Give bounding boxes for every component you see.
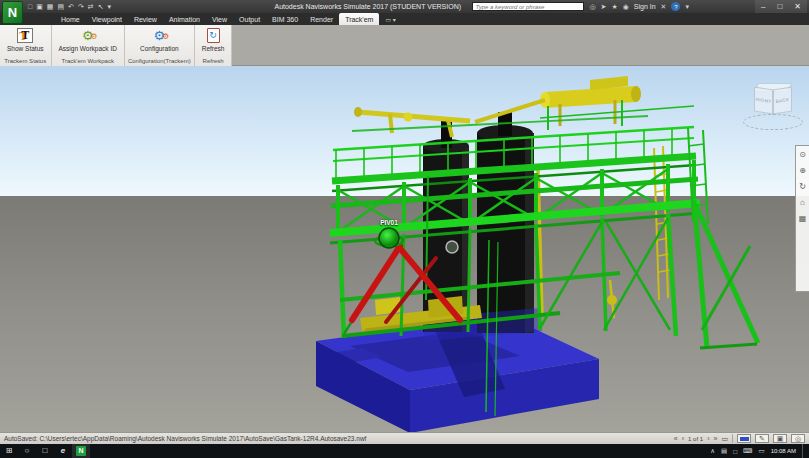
status-bar: AutoSaved: C:\Users\ertec\AppData\Roamin… <box>0 432 809 444</box>
orbit-icon[interactable]: ↻ <box>799 182 806 191</box>
tray-expand-icon[interactable]: ∧ <box>710 447 715 455</box>
memory-indicator <box>737 434 751 443</box>
app-title-text: Autodesk Navisworks Simulate 2017 (STUDE… <box>274 3 461 10</box>
viewcube[interactable]: RIGHT BACK <box>750 84 796 130</box>
tab-render[interactable]: Render <box>304 13 339 25</box>
pan-icon[interactable]: ⊕ <box>799 166 806 175</box>
navigation-bar: ⊙ ⊕ ↻ ⌂ ▦ <box>795 145 809 292</box>
system-tray: ∧ ▤ □ ⌨ ▭ 10:08 AM <box>710 444 809 458</box>
application-menu-button[interactable]: N <box>2 1 23 24</box>
group-label-trackem-workpack: Track'em Workpack <box>52 57 124 66</box>
disk-icon: ▣ <box>777 435 784 443</box>
minimize-button[interactable]: – <box>761 0 765 13</box>
steering-wheel-icon[interactable]: ⊙ <box>799 150 806 159</box>
group-trackem-status: T Show Status Trackem Status <box>0 25 52 66</box>
tab-review[interactable]: Review <box>128 13 163 25</box>
web-icon: ◎ <box>795 435 801 443</box>
next-sheet-icon[interactable]: › <box>707 435 709 442</box>
workpack-gears-icon: ⚙⚙ <box>82 28 94 43</box>
autodesk360-icon[interactable]: ✕ <box>661 3 667 11</box>
sign-in-button[interactable]: Sign In <box>634 3 656 10</box>
configuration-button[interactable]: ⚙⚙ Configuration <box>137 26 182 53</box>
group-configuration: ⚙⚙ Configuration Configuration(Trackem) <box>125 25 195 66</box>
ribbon-tab-bar: Home Viewpoint Review Animation View Out… <box>0 13 809 25</box>
show-status-label: Show Status <box>7 45 44 52</box>
pencil-progress-indicator: ✎ <box>755 434 769 443</box>
windows-taskbar: ⊞ ○ □ e N ∧ ▤ □ ⌨ ▭ 10:08 AM <box>0 444 809 458</box>
refresh-icon: ↻ <box>207 28 220 43</box>
tray-keyboard-icon[interactable]: ⌨ <box>743 447 752 455</box>
close-button[interactable]: ✕ <box>794 0 801 13</box>
ribbon-options-icon[interactable]: ▭ ▾ <box>385 16 395 25</box>
sheet-counter: 1 of 1 <box>688 436 703 442</box>
tab-home[interactable]: Home <box>55 13 86 25</box>
autosave-path-text: AutoSaved: C:\Users\ertec\AppData\Roamin… <box>0 435 366 442</box>
edge-browser-icon[interactable]: e <box>54 444 72 458</box>
first-sheet-icon[interactable]: « <box>674 435 678 442</box>
viewcube-compass-ring[interactable] <box>743 114 803 130</box>
maximize-button[interactable]: □ <box>777 0 782 13</box>
scene-viewport[interactable]: PIV01 RIGHT BACK ⊙ ⊕ ↻ ⌂ ▦ <box>0 66 809 432</box>
assign-workpack-button[interactable]: ⚙⚙ Assign Workpack ID <box>56 26 120 53</box>
configuration-label: Configuration <box>140 45 179 52</box>
statusbar-separator <box>732 434 733 443</box>
group-label-refresh: Refresh <box>195 57 232 66</box>
task-view-icon[interactable]: □ <box>36 444 54 458</box>
tab-viewpoint[interactable]: Viewpoint <box>86 13 128 25</box>
sheet-navigation: « ‹ 1 of 1 › » ▭ ✎ ▣ ◎ <box>674 434 809 443</box>
group-label-configuration: Configuration(Trackem) <box>125 57 194 66</box>
zoom-icon[interactable]: ▦ <box>799 214 807 223</box>
look-icon[interactable]: ⌂ <box>800 198 805 207</box>
tray-network-icon[interactable]: □ <box>733 448 737 455</box>
tab-trackem[interactable]: Track'em <box>339 13 379 25</box>
show-desktop-button[interactable] <box>802 444 805 458</box>
gastank-3d-model[interactable] <box>0 66 809 432</box>
assign-workpack-label: Assign Workpack ID <box>59 45 117 52</box>
previous-sheet-icon[interactable]: ‹ <box>682 435 684 442</box>
viewcube-right-face[interactable]: RIGHT <box>754 86 773 114</box>
navisworks-window: N □ ▣ ▦ ▤ ↶ ↷ ⇄ ↖ ▾ Autodesk Navisworks … <box>0 0 809 458</box>
ribbon: T Show Status Trackem Status ⚙⚙ Assign W… <box>0 25 809 66</box>
tab-animation[interactable]: Animation <box>163 13 206 25</box>
sheet-browser-icon[interactable]: ▭ <box>721 435 728 443</box>
last-sheet-icon[interactable]: » <box>713 435 717 442</box>
group-label-trackem-status: Trackem Status <box>0 57 51 66</box>
tab-view[interactable]: View <box>206 13 233 25</box>
title-bar: N □ ▣ ▦ ▤ ↶ ↷ ⇄ ↖ ▾ Autodesk Navisworks … <box>0 0 809 13</box>
exchange-apps-icon[interactable]: ➤ <box>601 3 607 11</box>
group-refresh: ↻ Refresh Refresh <box>195 25 233 66</box>
show-status-icon: T <box>17 28 33 43</box>
help-icon[interactable]: ? <box>671 2 680 11</box>
tray-folder-icon[interactable]: ▤ <box>721 447 727 455</box>
cortana-search-icon[interactable]: ○ <box>18 444 36 458</box>
tab-output[interactable]: Output <box>233 13 266 25</box>
tray-battery-icon[interactable]: ▭ <box>758 447 764 455</box>
user-icon: ◉ <box>623 3 629 11</box>
infocenter: ◎ ➤ ★ ◉ Sign In ✕ ? ▾ <box>472 1 689 12</box>
viewcube-back-face[interactable]: BACK <box>773 86 792 114</box>
pencil-icon: ✎ <box>759 435 765 443</box>
favorites-icon[interactable]: ★ <box>611 3 617 11</box>
configuration-gear-icon: ⚙⚙ <box>153 28 165 43</box>
web-progress-indicator: ◎ <box>791 434 805 443</box>
start-button[interactable]: ⊞ <box>0 444 18 458</box>
search-go-icon[interactable]: ◎ <box>589 3 595 11</box>
window-controls: – □ ✕ <box>755 0 807 13</box>
pivot-tag-label[interactable]: PIV01 <box>366 219 412 226</box>
tab-bim360[interactable]: BIM 360 <box>266 13 304 25</box>
trackem-ribbon-panel: T Show Status Trackem Status ⚙⚙ Assign W… <box>0 25 232 66</box>
refresh-label: Refresh <box>202 45 225 52</box>
refresh-button[interactable]: ↻ Refresh <box>199 26 228 53</box>
group-trackem-workpack: ⚙⚙ Assign Workpack ID Track'em Workpack <box>52 25 125 66</box>
help-caret-icon[interactable]: ▾ <box>685 3 689 11</box>
show-status-button[interactable]: T Show Status <box>4 26 47 53</box>
taskbar-clock[interactable]: 10:08 AM <box>771 448 796 454</box>
search-input[interactable] <box>472 2 584 11</box>
disk-progress-indicator: ▣ <box>773 434 787 443</box>
navisworks-taskbar-icon[interactable]: N <box>72 444 90 458</box>
